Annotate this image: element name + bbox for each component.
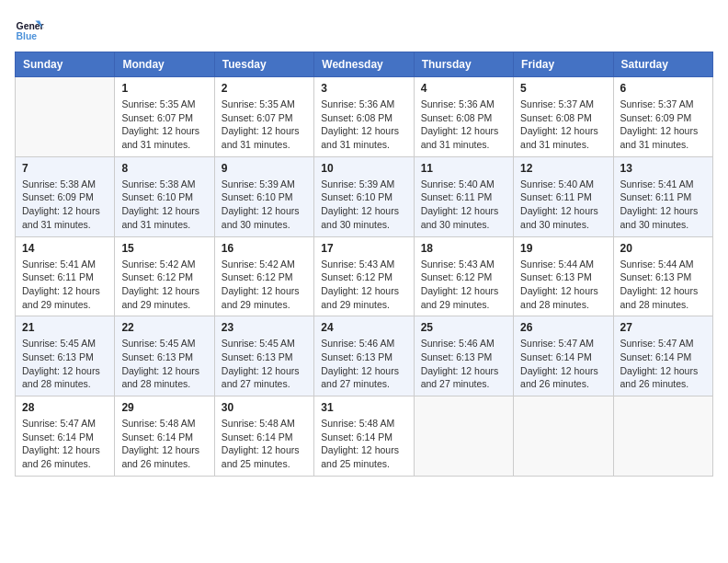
- day-info: Sunrise: 5:38 AMSunset: 6:10 PMDaylight:…: [121, 178, 207, 232]
- day-number: 31: [321, 401, 406, 414]
- calendar-table: SundayMondayTuesdayWednesdayThursdayFrid…: [15, 52, 713, 477]
- day-header-saturday: Saturday: [613, 52, 712, 77]
- calendar-week-5: 28Sunrise: 5:47 AMSunset: 6:14 PMDayligh…: [16, 396, 713, 477]
- calendar-cell: 5Sunrise: 5:37 AMSunset: 6:08 PMDaylight…: [514, 77, 613, 157]
- day-info: Sunrise: 5:44 AMSunset: 6:13 PMDaylight:…: [520, 258, 606, 312]
- calendar-cell: 10Sunrise: 5:39 AMSunset: 6:10 PMDayligh…: [314, 156, 414, 236]
- logo: General Blue: [15, 15, 44, 44]
- calendar-week-4: 21Sunrise: 5:45 AMSunset: 6:13 PMDayligh…: [16, 316, 713, 396]
- calendar-cell: 19Sunrise: 5:44 AMSunset: 6:13 PMDayligh…: [514, 236, 613, 316]
- day-info: Sunrise: 5:35 AMSunset: 6:07 PMDaylight:…: [222, 98, 307, 152]
- calendar-week-3: 14Sunrise: 5:41 AMSunset: 6:11 PMDayligh…: [16, 236, 713, 316]
- day-number: 4: [421, 82, 506, 95]
- day-number: 19: [520, 242, 606, 255]
- day-number: 14: [22, 242, 108, 255]
- calendar-cell: 20Sunrise: 5:44 AMSunset: 6:13 PMDayligh…: [613, 236, 712, 316]
- day-number: 9: [222, 162, 307, 175]
- day-info: Sunrise: 5:44 AMSunset: 6:13 PMDaylight:…: [620, 258, 706, 312]
- day-number: 28: [22, 401, 108, 414]
- svg-text:Blue: Blue: [17, 31, 38, 41]
- day-info: Sunrise: 5:45 AMSunset: 6:13 PMDaylight:…: [121, 337, 207, 391]
- calendar-cell: 11Sunrise: 5:40 AMSunset: 6:11 PMDayligh…: [414, 156, 513, 236]
- day-number: 27: [620, 321, 706, 334]
- day-number: 2: [222, 82, 307, 95]
- day-number: 29: [121, 401, 207, 414]
- day-info: Sunrise: 5:46 AMSunset: 6:13 PMDaylight:…: [421, 337, 506, 391]
- day-info: Sunrise: 5:39 AMSunset: 6:10 PMDaylight:…: [321, 178, 406, 232]
- day-number: 21: [22, 321, 108, 334]
- day-number: 26: [520, 321, 606, 334]
- calendar-cell: 1Sunrise: 5:35 AMSunset: 6:07 PMDaylight…: [115, 77, 214, 157]
- calendar-cell: 2Sunrise: 5:35 AMSunset: 6:07 PMDaylight…: [214, 77, 313, 157]
- day-number: 7: [22, 162, 108, 175]
- page-header: General Blue: [15, 15, 713, 44]
- day-info: Sunrise: 5:46 AMSunset: 6:13 PMDaylight:…: [321, 337, 406, 391]
- day-info: Sunrise: 5:47 AMSunset: 6:14 PMDaylight:…: [620, 337, 706, 391]
- calendar-cell: 12Sunrise: 5:40 AMSunset: 6:11 PMDayligh…: [514, 156, 613, 236]
- calendar-cell: 28Sunrise: 5:47 AMSunset: 6:14 PMDayligh…: [16, 396, 115, 477]
- day-info: Sunrise: 5:37 AMSunset: 6:08 PMDaylight:…: [520, 98, 606, 152]
- calendar-cell: 31Sunrise: 5:48 AMSunset: 6:14 PMDayligh…: [314, 396, 414, 477]
- calendar-cell: 14Sunrise: 5:41 AMSunset: 6:11 PMDayligh…: [16, 236, 115, 316]
- calendar-cell: [16, 77, 115, 157]
- day-info: Sunrise: 5:35 AMSunset: 6:07 PMDaylight:…: [121, 98, 207, 152]
- day-info: Sunrise: 5:47 AMSunset: 6:14 PMDaylight:…: [520, 337, 606, 391]
- day-info: Sunrise: 5:45 AMSunset: 6:13 PMDaylight:…: [22, 337, 108, 391]
- day-info: Sunrise: 5:48 AMSunset: 6:14 PMDaylight:…: [222, 417, 307, 471]
- calendar-cell: 22Sunrise: 5:45 AMSunset: 6:13 PMDayligh…: [115, 316, 214, 396]
- calendar-cell: 27Sunrise: 5:47 AMSunset: 6:14 PMDayligh…: [613, 316, 712, 396]
- day-info: Sunrise: 5:36 AMSunset: 6:08 PMDaylight:…: [421, 98, 506, 152]
- calendar-cell: 15Sunrise: 5:42 AMSunset: 6:12 PMDayligh…: [115, 236, 214, 316]
- day-number: 5: [520, 82, 606, 95]
- calendar-cell: 30Sunrise: 5:48 AMSunset: 6:14 PMDayligh…: [214, 396, 313, 477]
- calendar-cell: 13Sunrise: 5:41 AMSunset: 6:11 PMDayligh…: [613, 156, 712, 236]
- day-header-sunday: Sunday: [16, 52, 115, 77]
- calendar-cell: 3Sunrise: 5:36 AMSunset: 6:08 PMDaylight…: [314, 77, 414, 157]
- day-number: 18: [421, 242, 506, 255]
- day-info: Sunrise: 5:45 AMSunset: 6:13 PMDaylight:…: [222, 337, 307, 391]
- day-number: 20: [620, 242, 706, 255]
- day-info: Sunrise: 5:39 AMSunset: 6:10 PMDaylight:…: [222, 178, 307, 232]
- calendar-cell: 9Sunrise: 5:39 AMSunset: 6:10 PMDaylight…: [214, 156, 313, 236]
- day-info: Sunrise: 5:40 AMSunset: 6:11 PMDaylight:…: [520, 178, 606, 232]
- day-number: 30: [222, 401, 307, 414]
- calendar-week-2: 7Sunrise: 5:38 AMSunset: 6:09 PMDaylight…: [16, 156, 713, 236]
- calendar-cell: 26Sunrise: 5:47 AMSunset: 6:14 PMDayligh…: [514, 316, 613, 396]
- calendar-cell: 21Sunrise: 5:45 AMSunset: 6:13 PMDayligh…: [16, 316, 115, 396]
- day-number: 11: [421, 162, 506, 175]
- day-header-thursday: Thursday: [414, 52, 513, 77]
- calendar-cell: 25Sunrise: 5:46 AMSunset: 6:13 PMDayligh…: [414, 316, 513, 396]
- day-info: Sunrise: 5:37 AMSunset: 6:09 PMDaylight:…: [620, 98, 706, 152]
- calendar-cell: 24Sunrise: 5:46 AMSunset: 6:13 PMDayligh…: [314, 316, 414, 396]
- logo-icon: General Blue: [15, 15, 44, 44]
- day-header-wednesday: Wednesday: [314, 52, 414, 77]
- calendar-week-1: 1Sunrise: 5:35 AMSunset: 6:07 PMDaylight…: [16, 77, 713, 157]
- calendar-cell: 17Sunrise: 5:43 AMSunset: 6:12 PMDayligh…: [314, 236, 414, 316]
- day-info: Sunrise: 5:48 AMSunset: 6:14 PMDaylight:…: [121, 417, 207, 471]
- day-info: Sunrise: 5:43 AMSunset: 6:12 PMDaylight:…: [421, 258, 506, 312]
- calendar-cell: 6Sunrise: 5:37 AMSunset: 6:09 PMDaylight…: [613, 77, 712, 157]
- day-number: 25: [421, 321, 506, 334]
- day-number: 12: [520, 162, 606, 175]
- day-info: Sunrise: 5:36 AMSunset: 6:08 PMDaylight:…: [321, 98, 406, 152]
- calendar-cell: 8Sunrise: 5:38 AMSunset: 6:10 PMDaylight…: [115, 156, 214, 236]
- day-number: 8: [121, 162, 207, 175]
- day-info: Sunrise: 5:41 AMSunset: 6:11 PMDaylight:…: [22, 258, 108, 312]
- day-number: 15: [121, 242, 207, 255]
- day-info: Sunrise: 5:42 AMSunset: 6:12 PMDaylight:…: [121, 258, 207, 312]
- day-number: 13: [620, 162, 706, 175]
- calendar-cell: 7Sunrise: 5:38 AMSunset: 6:09 PMDaylight…: [16, 156, 115, 236]
- day-number: 24: [321, 321, 406, 334]
- calendar-cell: 18Sunrise: 5:43 AMSunset: 6:12 PMDayligh…: [414, 236, 513, 316]
- calendar-cell: [514, 396, 613, 477]
- day-info: Sunrise: 5:48 AMSunset: 6:14 PMDaylight:…: [321, 417, 406, 471]
- day-info: Sunrise: 5:42 AMSunset: 6:12 PMDaylight:…: [222, 258, 307, 312]
- day-info: Sunrise: 5:41 AMSunset: 6:11 PMDaylight:…: [620, 178, 706, 232]
- calendar-header-row: SundayMondayTuesdayWednesdayThursdayFrid…: [16, 52, 713, 77]
- calendar-cell: 4Sunrise: 5:36 AMSunset: 6:08 PMDaylight…: [414, 77, 513, 157]
- day-info: Sunrise: 5:40 AMSunset: 6:11 PMDaylight:…: [421, 178, 506, 232]
- day-number: 17: [321, 242, 406, 255]
- day-info: Sunrise: 5:43 AMSunset: 6:12 PMDaylight:…: [321, 258, 406, 312]
- day-info: Sunrise: 5:38 AMSunset: 6:09 PMDaylight:…: [22, 178, 108, 232]
- day-number: 16: [222, 242, 307, 255]
